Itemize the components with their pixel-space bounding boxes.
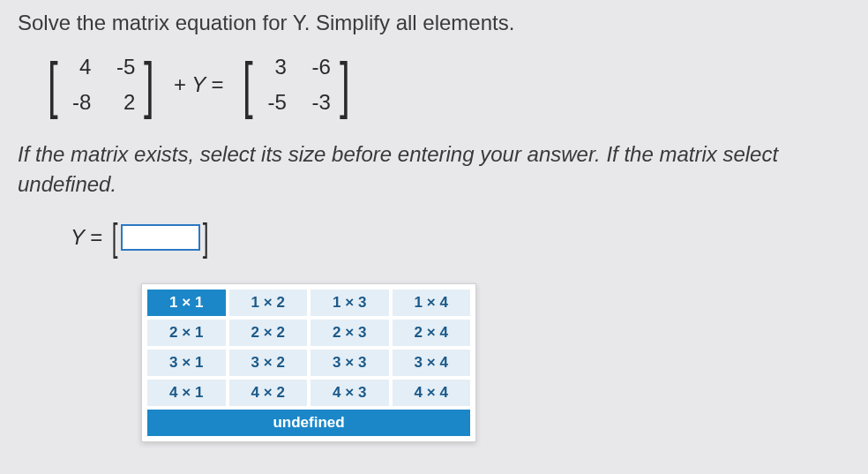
bracket-right-icon: ] [340,54,350,116]
answer-label: Y = [71,225,102,250]
size-button[interactable]: 2 × 1 [147,320,226,346]
bracket-left-icon: [ [48,54,58,116]
matrix-a-cell: -5 [110,55,135,79]
size-selector-panel: 1 × 11 × 21 × 31 × 42 × 12 × 22 × 32 × 4… [141,283,476,442]
matrix-b-cell: -3 [306,90,331,115]
size-button[interactable]: 1 × 2 [229,290,308,316]
matrix-equation: [ 4 -5 -8 2 ] + Y = [ 3 -6 -5 -3 ] [44,51,850,118]
equals-sign: = [211,72,223,96]
bracket-right-icon: ] [144,54,154,116]
size-button[interactable]: 2 × 3 [311,320,389,346]
size-button[interactable]: 2 × 2 [229,320,308,346]
size-button[interactable]: 3 × 1 [147,350,226,376]
answer-row: Y = [ ] [71,218,850,257]
matrix-b-cell: -5 [262,90,287,115]
bracket-left-icon: [ [243,54,253,116]
size-button[interactable]: 4 × 1 [147,380,226,406]
size-button[interactable]: 1 × 4 [393,290,471,316]
answer-variable: Y [71,225,85,249]
size-button[interactable]: 1 × 1 [147,290,226,316]
question-text: Solve the matrix equation for Y. Simplif… [18,11,850,35]
answer-input[interactable] [121,224,200,251]
bracket-right-icon: ] [202,218,208,257]
matrix-b-cell: -6 [306,55,331,79]
size-button[interactable]: 2 × 4 [393,320,471,346]
size-button[interactable]: 4 × 4 [393,380,471,406]
size-button[interactable]: 3 × 2 [229,350,308,376]
size-button[interactable]: 3 × 3 [311,350,389,376]
plus-sign: + [174,72,186,96]
matrix-b: [ 3 -6 -5 -3 ] [239,51,353,118]
answer-equals: = [90,225,102,249]
matrix-a-cell: 4 [66,55,91,79]
instruction-text: If the matrix exists, select its size be… [18,139,850,199]
size-button[interactable]: 3 × 4 [393,350,471,376]
matrix-b-cell: 3 [262,55,287,79]
variable-y: Y [191,72,206,96]
matrix-a-cell: 2 [110,90,135,115]
size-grid: 1 × 11 × 21 × 31 × 42 × 12 × 22 × 32 × 4… [147,290,470,406]
size-button[interactable]: 4 × 2 [229,380,308,406]
equation-operator: + Y = [174,72,224,97]
matrix-a-cell: -8 [66,90,91,115]
matrix-a: [ 4 -5 -8 2 ] [44,51,158,118]
undefined-button[interactable]: undefined [147,410,470,436]
size-button[interactable]: 4 × 3 [311,380,389,406]
bracket-left-icon: [ [112,218,118,257]
size-button[interactable]: 1 × 3 [311,290,389,316]
answer-matrix-box: [ ] [109,218,210,257]
